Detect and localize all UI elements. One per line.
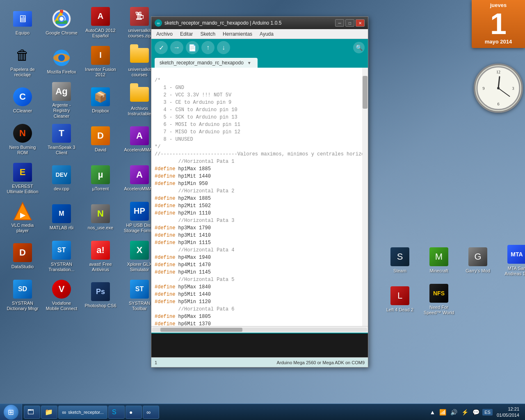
icon-label-nero: Nero Burning ROM bbox=[6, 145, 39, 155]
new-button[interactable]: 📄 bbox=[186, 41, 199, 54]
desktop-icon-teamspeak[interactable]: T TeamSpeak 3 Client bbox=[43, 121, 80, 158]
desktop-icon-matlab[interactable]: M MATLAB r6i bbox=[43, 199, 80, 236]
taskbar: ⊞ 🗔 📁 ∞ sketch_receptor... S ● ∞ bbox=[0, 404, 525, 420]
desktop-icon-utorrent[interactable]: µ µTorrent bbox=[82, 160, 119, 197]
icon-label-systran2: SYSTRAN Dictionary Mngr bbox=[6, 301, 39, 311]
taskbar-chrome-tb[interactable]: ● bbox=[126, 406, 142, 419]
toolbar: ✓ → 📄 ↑ ↓ 🔍 bbox=[151, 39, 368, 56]
taskbar-show-desktop[interactable]: 🗔 bbox=[24, 406, 40, 419]
icon-label-accelero: AcceleroMMAY bbox=[124, 147, 155, 153]
desktop-icon-dropbox[interactable]: 📦 Dropbox bbox=[82, 82, 119, 119]
vertical-scrollbar[interactable] bbox=[362, 68, 368, 326]
tray-volume[interactable]: 🔊 bbox=[449, 408, 459, 416]
desktop-icon-inventor[interactable]: I Inventor Fusion 2012 bbox=[82, 43, 119, 80]
minimize-button[interactable]: ─ bbox=[335, 19, 344, 27]
desktop-icon-devcpp[interactable]: DEV dev.cpp bbox=[43, 160, 80, 197]
close-button[interactable]: ✕ bbox=[356, 19, 365, 27]
menu-editar[interactable]: Editar bbox=[177, 30, 196, 38]
desktop-icon-vodafone[interactable]: V Vodafone Mobile Connect bbox=[43, 277, 80, 314]
desktop-icon-chrome[interactable]: Google Chrome bbox=[43, 4, 80, 41]
desktop-icon-systran[interactable]: ST SYSTRAN Translation... bbox=[43, 238, 80, 275]
start-button[interactable]: ⊞ bbox=[0, 404, 22, 420]
arduino-window: ∞ sketch_receptor_mando_rc_hexapodo | Ar… bbox=[151, 16, 368, 368]
desktop-icon-firefox[interactable]: Mozilla Firefox bbox=[43, 43, 80, 80]
status-bar: 1 Arduino Mega 2560 or Mega ADK on COM9 bbox=[151, 357, 368, 367]
desktop-icon-steam[interactable]: S Steam bbox=[381, 242, 418, 279]
desktop-icon-ccleaner[interactable]: C CCleaner bbox=[4, 82, 41, 119]
menu-herramientas[interactable]: Herramientas bbox=[219, 30, 256, 38]
tray-network[interactable]: 📶 bbox=[438, 408, 447, 416]
clock-date: 01/05/2014 bbox=[497, 412, 519, 418]
icon-label-chrome: Google Chrome bbox=[46, 30, 78, 36]
show-desktop-icon: 🗔 bbox=[27, 409, 34, 416]
status-line-num: 1 bbox=[155, 360, 157, 365]
menu-sketch[interactable]: Sketch bbox=[197, 30, 219, 38]
desktop-icon-autocad[interactable]: A AutoCAD 2012 Español bbox=[82, 4, 119, 41]
horizontal-scrollbar[interactable] bbox=[151, 326, 368, 333]
svg-text:9: 9 bbox=[483, 86, 485, 91]
h-scroll-track[interactable] bbox=[152, 328, 367, 332]
desktop-icon-everest[interactable]: E EVEREST Ultimate Edition bbox=[4, 160, 41, 197]
tab-dropdown-icon[interactable]: ▼ bbox=[246, 59, 253, 66]
tray-expand[interactable]: ▲ bbox=[428, 408, 436, 416]
scrollbar-thumb[interactable] bbox=[363, 76, 368, 109]
status-board-info: Arduino Mega 2560 or Mega ADK on COM9 bbox=[276, 360, 365, 365]
h-scroll-thumb[interactable] bbox=[160, 328, 242, 332]
taskbar-explorer[interactable]: 📁 bbox=[41, 406, 57, 419]
icon-label-papelera: Papelera de reciclaje bbox=[6, 67, 39, 78]
upload-button[interactable]: → bbox=[170, 41, 183, 54]
chrome-tb-icon: ● bbox=[129, 409, 132, 415]
tray-battery[interactable]: ⚡ bbox=[460, 408, 470, 416]
desktop-icon-datastudio[interactable]: D DataStudio bbox=[4, 238, 41, 275]
desktop-icon-equipo[interactable]: 🖥 Equipo bbox=[4, 4, 41, 41]
desktop-icon-nero[interactable]: N Nero Burning ROM bbox=[4, 121, 41, 158]
svg-point-13 bbox=[59, 17, 64, 21]
verify-button[interactable]: ✓ bbox=[155, 41, 168, 54]
svg-text:6: 6 bbox=[498, 102, 500, 106]
search-button[interactable]: 🔍 bbox=[353, 42, 365, 53]
system-clock[interactable]: 12:21 01/05/2014 bbox=[494, 406, 522, 418]
tray-msg[interactable]: 💬 bbox=[471, 408, 481, 416]
desktop-icon-nfs[interactable]: NFS Need For Speed™ World bbox=[420, 281, 457, 318]
desktop-icon-argente[interactable]: Ag Argente - Registry Cleaner bbox=[43, 82, 80, 119]
desktop-icon-mta[interactable]: MTA MTA San Andreas 1.3 bbox=[498, 242, 525, 279]
icon-label-vodafone: Vodafone Mobile Connect bbox=[45, 301, 78, 311]
code-content[interactable]: /* 1 - GND 2 - VCC 3.3V !!! NOT 5V 3 - C… bbox=[151, 68, 362, 326]
window-app-icon: ∞ bbox=[155, 19, 162, 27]
calendar-month: mayo 2014 bbox=[472, 39, 525, 45]
save-button[interactable]: ↓ bbox=[217, 41, 230, 54]
desktop-icon-photoshop[interactable]: Ps Photoshop CS6 bbox=[82, 277, 119, 314]
icon-label-mta: MTA San Andreas 1.3 bbox=[500, 266, 525, 276]
clock-time: 12:21 bbox=[497, 406, 519, 412]
desktop-icon-david[interactable]: D David bbox=[82, 121, 119, 158]
icon-label-argente: Argente - Registry Cleaner bbox=[45, 103, 78, 119]
skype-icon: S bbox=[112, 409, 116, 416]
code-editor[interactable]: /* 1 - GND 2 - VCC 3.3V !!! NOT 5V 3 - C… bbox=[151, 68, 368, 326]
icon-label-systran: SYSTRAN Translation... bbox=[45, 262, 78, 272]
desktop-icon-garrysmod[interactable]: G Garry's Mod bbox=[459, 242, 496, 279]
clock-widget: 12 3 6 9 bbox=[474, 64, 523, 113]
calendar-day-num: 1 bbox=[472, 9, 525, 39]
taskbar-arduino2[interactable]: ∞ bbox=[143, 406, 159, 419]
taskbar-arduino-btn[interactable]: ∞ sketch_receptor... bbox=[58, 406, 107, 419]
svg-text:3: 3 bbox=[512, 86, 514, 91]
desktop-icon-minecraft[interactable]: M Minecraft bbox=[420, 242, 457, 279]
menu-ayuda[interactable]: Ayuda bbox=[256, 30, 277, 38]
desktop-icon-avast[interactable]: a! avast! Free Antivirus bbox=[82, 238, 119, 275]
taskbar-skype[interactable]: S bbox=[108, 406, 125, 419]
svg-text:▶: ▶ bbox=[20, 212, 26, 219]
desktop-icon-papelera[interactable]: 🗑 Papelera de reciclaje bbox=[4, 43, 41, 80]
language-indicator[interactable]: ES bbox=[482, 409, 493, 415]
icon-label-avast: avast! Free Antivirus bbox=[84, 262, 117, 272]
desktop-icon-nos[interactable]: N nos_use.exe bbox=[82, 199, 119, 236]
desktop-icons-left: 🖥 Equipo Google Chrome A bbox=[0, 0, 160, 394]
tab-sketch[interactable]: sketch_receptor_mando_rc_hexapodo ▼ bbox=[155, 58, 258, 68]
open-button[interactable]: ↑ bbox=[201, 41, 215, 54]
icon-label-everest: EVEREST Ultimate Edition bbox=[6, 184, 39, 194]
window-titlebar: ∞ sketch_receptor_mando_rc_hexapodo | Ar… bbox=[151, 17, 368, 29]
maximize-button[interactable]: □ bbox=[345, 19, 354, 27]
menu-archivo[interactable]: Archivo bbox=[153, 30, 176, 38]
desktop-icon-vlc[interactable]: ▶ VLC media player bbox=[4, 199, 41, 236]
desktop-icon-systran2[interactable]: SD SYSTRAN Dictionary Mngr bbox=[4, 277, 41, 314]
desktop-icon-left4dead[interactable]: L Left 4 Dead 2 bbox=[381, 281, 418, 318]
